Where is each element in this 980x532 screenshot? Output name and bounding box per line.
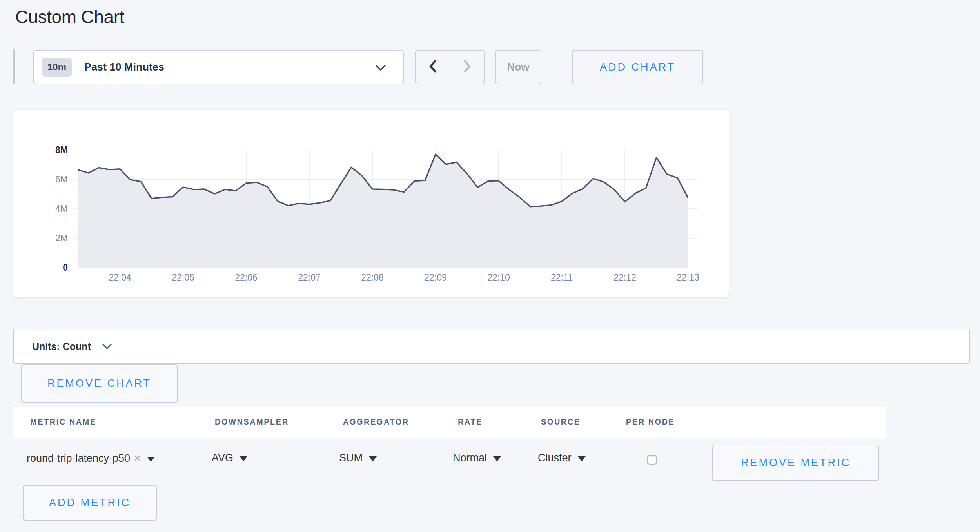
source-dropdown[interactable]: Cluster [538,452,586,464]
rate-value: Normal [453,452,487,464]
remove-metric-button[interactable]: REMOVE METRIC [712,445,879,481]
remove-metric-label: REMOVE METRIC [741,457,851,469]
x-axis-tick-label: 22:13 [677,272,699,283]
y-axis-tick-label: 0 [21,262,68,273]
chevron-right-icon [463,60,472,75]
remove-chart-label: REMOVE CHART [47,377,151,390]
x-axis-tick-label: 22:06 [235,272,258,283]
add-chart-label: ADD CHART [600,61,675,73]
add-metric-button[interactable]: ADD METRIC [23,485,157,521]
aggregator-dropdown[interactable]: SUM [339,452,377,464]
aggregator-value: SUM [339,452,363,464]
remove-chart-button[interactable]: REMOVE CHART [21,364,178,403]
y-axis-tick-label: 4M [21,203,68,215]
time-window-badge: 10m [42,58,72,77]
x-axis-tick-label: 22:04 [109,272,131,283]
remove-tag-icon[interactable]: × [134,452,140,465]
col-header-aggregator: AGGREGATOR [343,417,409,426]
y-axis-tick-label: 8M [21,144,68,156]
dropdown-arrow-icon [147,457,155,462]
x-axis-tick-label: 22:11 [551,272,573,283]
metric-name-dropdown[interactable]: round-trip-latency-p50 × [27,452,155,465]
x-axis-tick-label: 22:10 [487,272,510,283]
x-axis-tick-label: 22:07 [298,272,321,283]
toolbar-divider [13,49,15,84]
chart-card: 22:0422:0522:0622:0722:0822:0922:1022:11… [13,109,729,297]
col-header-per-node: PER NODE [626,417,675,426]
now-button[interactable]: Now [495,50,541,84]
x-axis-tick-label: 22:08 [361,272,384,283]
metrics-table-header-band [13,407,886,438]
page-title: Custom Chart [15,6,124,27]
custom-chart-page: Custom Chart 10m Past 10 Minutes Now ADD… [0,0,980,532]
col-header-metric-name: METRIC NAME [30,417,96,426]
time-nav-group [415,50,485,84]
col-header-source: SOURCE [541,417,581,426]
time-range-label: Past 10 Minutes [84,61,164,73]
downsampler-value: AVG [212,452,233,464]
chart-plot[interactable] [77,150,698,268]
chevron-down-icon [102,343,112,352]
now-button-label: Now [507,61,530,73]
downsampler-dropdown[interactable]: AVG [212,452,247,464]
col-header-downsampler: DOWNSAMPLER [215,417,289,426]
add-chart-button[interactable]: ADD CHART [572,50,703,84]
prev-time-button[interactable] [416,51,450,84]
dropdown-arrow-icon [578,456,586,461]
metric-name-value: round-trip-latency-p50 [27,452,130,465]
y-axis-tick-label: 2M [21,232,68,244]
dropdown-arrow-icon [240,456,247,461]
x-axis-tick-label: 22:09 [424,272,447,283]
units-dropdown[interactable]: Units: Count [13,330,970,364]
dropdown-arrow-icon [493,456,501,461]
source-value: Cluster [538,452,572,464]
add-metric-label: ADD METRIC [49,497,131,509]
x-axis-tick-label: 22:12 [613,272,636,283]
per-node-checkbox[interactable] [647,455,657,465]
chevron-down-icon [375,64,387,73]
x-axis-tick-label: 22:05 [172,272,194,283]
rate-dropdown[interactable]: Normal [453,452,501,464]
y-axis-tick-label: 6M [21,173,68,185]
col-header-rate: RATE [458,417,483,426]
units-label: Units: Count [32,341,91,352]
chevron-left-icon [428,60,437,75]
time-range-dropdown[interactable]: 10m Past 10 Minutes [33,50,404,84]
next-time-button[interactable] [450,51,484,84]
dropdown-arrow-icon [369,456,377,461]
